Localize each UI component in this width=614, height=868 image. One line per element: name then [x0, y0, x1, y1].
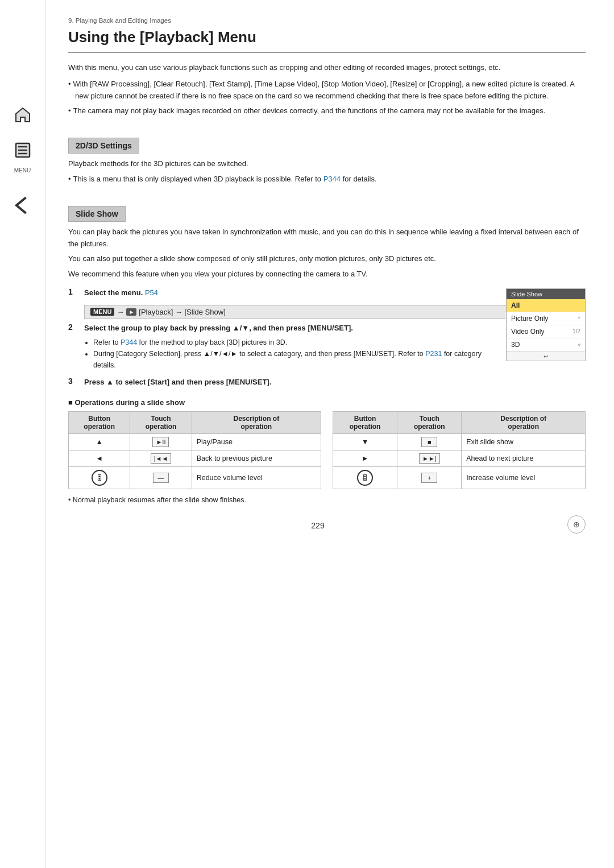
button-down: ▼ [333, 434, 397, 450]
popup-back-arrow: ↩ [507, 352, 585, 361]
button-voldown: 🎛 [69, 467, 130, 489]
touch-minus: — [130, 467, 192, 489]
page-title: Using the [Playback] Menu [68, 28, 586, 53]
col-button-right: Buttonoperation [333, 412, 397, 434]
sidebar: MENU [0, 0, 45, 868]
step1-link[interactable]: P54 [145, 288, 158, 297]
touch-stop: ■ [397, 434, 462, 450]
step-3: 3 Press ▲ to select [Start] and then pre… [68, 377, 586, 388]
ops-label: Operations during a slide show [68, 398, 586, 407]
popup-item-3d[interactable]: 3D v [507, 338, 585, 352]
slideshow-desc3: We recommend this feature when you view … [68, 268, 586, 280]
table-row: 🎛 + Increase volume level [333, 467, 586, 489]
ops-table-right: Buttonoperation Touchoperation Descripti… [333, 411, 586, 489]
list-icon[interactable] [10, 138, 35, 163]
table-row: ► ►►| Ahead to next picture [333, 450, 586, 467]
footer-note: Normal playback resumes after the slide … [68, 496, 586, 504]
popup-page: 1/2 [572, 328, 580, 334]
button-right: ► [333, 450, 397, 467]
breadcrumb: 9. Playing Back and Editing Images [68, 17, 586, 24]
button-up: ▲ [69, 434, 130, 450]
section-header-slideshow: Slide Show [68, 206, 126, 222]
intro-bullet2: The camera may not play back images reco… [68, 105, 586, 117]
step1-label: Select the menu. [84, 288, 145, 297]
page-number: 229 [68, 521, 586, 530]
intro-bullet1: With [RAW Processing], [Clear Retouch], … [68, 78, 586, 102]
step3-label: Press ▲ to select [Start] and then press… [84, 378, 271, 386]
desc-playpause: Play/Pause [192, 434, 321, 450]
popup-item-video[interactable]: Video Only 1/2 [507, 325, 585, 338]
step2-label: Select the group to play back by pressin… [84, 324, 353, 332]
step-1: 1 Select the menu. P54 [68, 287, 586, 299]
menu-label: MENU [14, 167, 31, 173]
desc-voldown: Reduce volume level [192, 467, 321, 489]
2d3d-bullet: This is a menu that is only displayed wh… [68, 173, 586, 185]
menu-tag: MENU [90, 308, 114, 316]
step2-bullet2: During [Category Selection], press ▲/▼/◄… [93, 348, 495, 371]
touch-next: ►►| [397, 450, 462, 467]
table-row: ▲ ►II Play/Pause [69, 434, 321, 450]
desc-next: Ahead to next picture [462, 450, 586, 467]
ops-tables: Buttonoperation Touchoperation Descripti… [68, 411, 586, 489]
desc-volup: Increase volume level [462, 467, 586, 489]
ops-section: Operations during a slide show Buttonope… [68, 398, 586, 489]
desc-prev: Back to previous picture [192, 450, 321, 467]
intro-main: With this menu, you can use various play… [68, 62, 586, 74]
col-desc-right: Description ofoperation [462, 412, 586, 434]
button-volup: 🎛 [333, 467, 397, 489]
touch-playpause: ►II [130, 434, 192, 450]
table-row: 🎛 — Reduce volume level [69, 467, 321, 489]
table-row: ▼ ■ Exit slide show [333, 434, 586, 450]
slideshow-desc2: You can also put together a slide show c… [68, 253, 586, 265]
col-touch-left: Touchoperation [130, 412, 192, 434]
home-icon[interactable] [10, 102, 35, 127]
section-header-2d3d: 2D/3D Settings [68, 138, 139, 154]
touch-plus: + [397, 467, 462, 489]
slideshow-desc1: You can play back the pictures you have … [68, 226, 586, 250]
col-button-left: Buttonoperation [69, 412, 130, 434]
table-row: ◄ |◄◄ Back to previous picture [69, 450, 321, 467]
col-desc-left: Description ofoperation [192, 412, 321, 434]
2d3d-desc: Playback methods for the 3D pictures can… [68, 158, 586, 170]
dial-icon-right: 🎛 [357, 470, 373, 486]
popup-item-picture[interactable]: Picture Only ^ [507, 312, 585, 325]
popup-item-all[interactable]: All [507, 299, 585, 312]
ops-table-left: Buttonoperation Touchoperation Descripti… [68, 411, 321, 489]
step2-bullet1: Refer to P344 for the method to play bac… [93, 337, 495, 348]
2d3d-link[interactable]: P344 [323, 175, 341, 183]
next-page-arrow[interactable]: ⊕ [567, 515, 586, 534]
col-touch-right: Touchoperation [397, 412, 462, 434]
desc-exit: Exit slide show [462, 434, 586, 450]
step-2: 2 Select the group to play back by press… [68, 323, 495, 371]
slideshow-popup: Slide Show All Picture Only ^ Video Only… [506, 288, 586, 361]
playback-icon: ► [126, 308, 136, 316]
dial-icon-left: 🎛 [92, 470, 107, 486]
back-icon[interactable] [10, 193, 35, 218]
main-content: 9. Playing Back and Editing Images Using… [45, 0, 614, 868]
touch-prev: |◄◄ [130, 450, 192, 467]
button-left: ◄ [69, 450, 130, 467]
